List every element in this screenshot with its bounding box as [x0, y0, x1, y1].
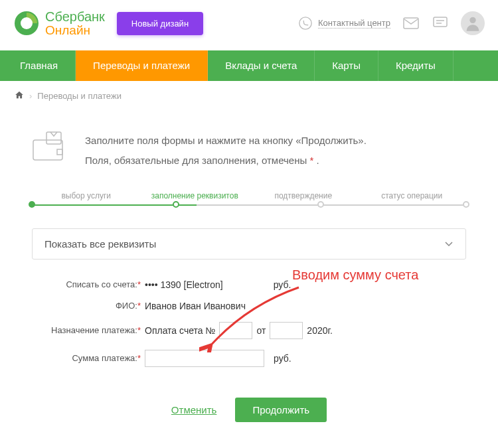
- instruction-block: Заполните поля формы и нажмите на кнопку…: [0, 111, 498, 194]
- nav-item-main[interactable]: Главная: [0, 50, 76, 81]
- annotation-text: Вводим сумму счета: [292, 267, 418, 283]
- contact-center-label: Контактный центр: [318, 18, 390, 29]
- nav-item-transfers[interactable]: Переводы и платежи: [76, 50, 208, 81]
- svg-point-2: [299, 17, 311, 29]
- fio-value: Иванов Иван Иванович: [145, 301, 246, 311]
- purpose-mid: от: [256, 325, 266, 336]
- nav-item-deposits[interactable]: Вклады и счета: [208, 50, 315, 81]
- logo-icon: [13, 10, 40, 37]
- phone-icon: [297, 15, 314, 32]
- step-label-3: подтверждение: [274, 191, 332, 200]
- logo-text: Сбербанк Онлайн: [45, 10, 105, 37]
- fio-label: ФИО:*: [32, 301, 145, 311]
- amount-label: Сумма платежа:*: [32, 353, 145, 363]
- nav-item-cards[interactable]: Карты: [315, 50, 378, 81]
- show-all-details-label: Показать все реквизиты: [44, 238, 156, 250]
- svg-point-5: [469, 17, 475, 23]
- progress-stepper: выбор услуги заполнение реквизитов подтв…: [0, 194, 498, 215]
- svg-point-1: [21, 17, 33, 29]
- header: Сбербанк Онлайн Новый дизайн Контактный …: [0, 0, 498, 50]
- breadcrumb: › Переводы и платежи: [0, 81, 498, 111]
- account-label: Списать со счета:*: [32, 279, 145, 289]
- messages-icon[interactable]: [432, 15, 449, 32]
- show-all-details[interactable]: Показать все реквизиты: [32, 228, 466, 260]
- annotation-arrow-icon: [199, 286, 305, 352]
- amount-field[interactable]: [145, 350, 264, 367]
- nav-item-credits[interactable]: Кредиты: [378, 50, 454, 81]
- breadcrumb-separator: ›: [29, 91, 32, 101]
- purpose-year: 2020г.: [307, 325, 332, 336]
- cancel-button[interactable]: Отменить: [171, 404, 217, 415]
- form-actions: Отменить Продолжить: [0, 378, 498, 435]
- invoice-date-field[interactable]: [270, 322, 303, 339]
- logo[interactable]: Сбербанк Онлайн: [13, 10, 105, 37]
- instruction-line1: Заполните поля формы и нажмите на кнопку…: [85, 131, 367, 151]
- account-value: •••• 1390 [Electron] руб.: [145, 279, 291, 290]
- svg-rect-4: [434, 17, 447, 27]
- svg-rect-3: [404, 18, 418, 29]
- invoice-number-field[interactable]: [219, 322, 252, 339]
- instruction-line2: Поля, обязательные для заполнения, отмеч…: [85, 151, 367, 171]
- home-icon[interactable]: [15, 90, 24, 102]
- main-nav: Главная Переводы и платежи Вклады и счет…: [0, 50, 498, 81]
- contact-center[interactable]: Контактный центр: [297, 15, 390, 32]
- continue-button[interactable]: Продолжить: [235, 398, 327, 422]
- svg-rect-7: [46, 132, 61, 144]
- chevron-down-icon: [444, 239, 454, 248]
- amount-currency: руб.: [274, 353, 291, 364]
- purpose-prefix: Оплата счета №: [145, 325, 215, 336]
- svg-rect-6: [33, 140, 62, 160]
- payment-form: Вводим сумму счета Списать со счета:* ••…: [0, 279, 498, 367]
- breadcrumb-item[interactable]: Переводы и платежи: [37, 91, 122, 101]
- new-design-button[interactable]: Новый дизайн: [117, 12, 203, 35]
- purpose-label: Назначение платежа:*: [32, 325, 145, 335]
- wallet-icon: [32, 131, 72, 163]
- step-label-4: статус операции: [381, 191, 442, 200]
- step-label-1: выбор услуги: [61, 191, 111, 200]
- avatar[interactable]: [461, 11, 485, 35]
- mail-icon[interactable]: [402, 15, 420, 32]
- step-label-2: заполнение реквизитов: [151, 191, 238, 200]
